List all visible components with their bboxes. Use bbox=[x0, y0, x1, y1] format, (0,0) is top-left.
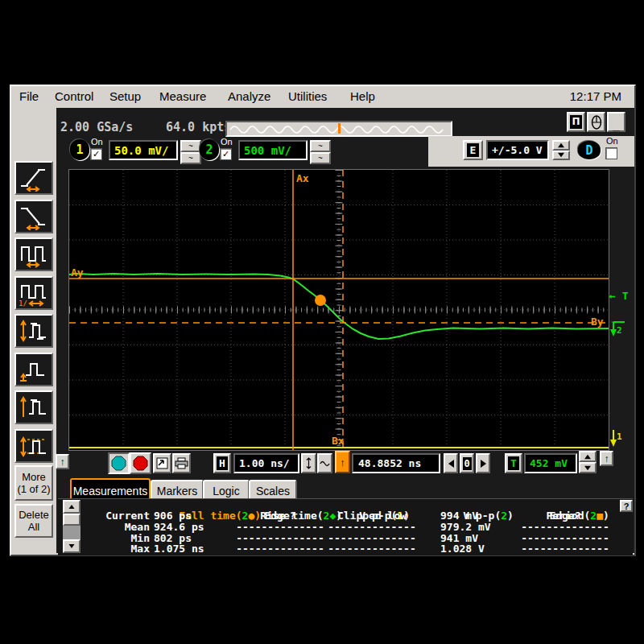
printer-icon bbox=[175, 457, 188, 469]
table-scrollbar-thumb[interactable] bbox=[63, 514, 80, 526]
more-button[interactable]: More (1 of 2) bbox=[14, 465, 53, 501]
rise-time-mean: -------------- bbox=[235, 522, 325, 533]
pulse-icon: Π bbox=[570, 115, 582, 129]
stop-button[interactable] bbox=[130, 452, 151, 474]
tab-logic-label: Logic bbox=[213, 485, 239, 497]
tab-scales-label: Scales bbox=[256, 485, 290, 497]
waveform-display[interactable]: Ax Ay Bx By bbox=[68, 169, 609, 451]
sidebar-button-fall-time[interactable] bbox=[14, 200, 53, 233]
ext-trigger-level-field[interactable]: +/-5.0 V bbox=[486, 140, 549, 160]
table-scroll-up-button[interactable] bbox=[63, 500, 80, 514]
pulse-mode-button[interactable]: Π bbox=[567, 112, 585, 132]
sidebar-button-frequency[interactable]: 1/ bbox=[14, 276, 53, 310]
frequency-icon: 1/ bbox=[18, 279, 50, 307]
position-zero-button[interactable]: 0 bbox=[460, 453, 474, 473]
row-label-mean: Mean bbox=[82, 522, 150, 533]
channel1-scale-value: 50.0 mV/ bbox=[110, 144, 168, 157]
horizontal-scale-field[interactable]: 1.00 ns/ bbox=[233, 453, 299, 473]
channel1-marker-icon: 1 bbox=[607, 427, 626, 450]
horizontal-button[interactable]: H bbox=[213, 453, 231, 473]
ext-trigger-button[interactable]: E bbox=[463, 140, 483, 160]
menu-control[interactable]: Control bbox=[53, 86, 95, 107]
tab-markers-label: Markers bbox=[157, 485, 198, 497]
tab-logic[interactable]: Logic bbox=[203, 480, 250, 500]
digital-on-checkbox[interactable] bbox=[605, 147, 617, 159]
horizontal-coarse-button[interactable] bbox=[317, 453, 332, 473]
mouse-mode-button[interactable] bbox=[587, 112, 605, 132]
sidebar-button-period[interactable] bbox=[14, 237, 53, 271]
digital-badge[interactable]: D bbox=[578, 141, 601, 159]
right-arrow-icon bbox=[481, 460, 486, 468]
horizontal-position-field[interactable]: 48.8852 ns bbox=[352, 453, 440, 473]
channel1-badge[interactable]: 1 bbox=[70, 139, 89, 160]
mouse-icon bbox=[591, 115, 602, 130]
position-right-button[interactable] bbox=[476, 453, 490, 473]
scroll-up-right-button[interactable]: ↑ bbox=[600, 451, 613, 466]
sidebar-button-v-amplitude[interactable] bbox=[14, 429, 53, 463]
scroll-up-left-button[interactable]: ↑ bbox=[56, 454, 69, 469]
ext-trigger-down-button[interactable] bbox=[552, 151, 570, 161]
svg-text:1/: 1/ bbox=[19, 299, 27, 307]
screen-capture-button[interactable] bbox=[153, 453, 171, 473]
v-max-icon bbox=[18, 394, 50, 421]
trigger-level-spinner bbox=[579, 451, 597, 473]
position-left-button[interactable] bbox=[444, 453, 458, 473]
menu-setup[interactable]: Setup bbox=[108, 86, 142, 107]
ext-trigger-up-button[interactable] bbox=[552, 140, 570, 151]
horizontal-label: H bbox=[219, 457, 225, 469]
channel2-badge[interactable]: 2 bbox=[200, 139, 219, 160]
channel2-scale-up-button[interactable]: ~ bbox=[310, 140, 331, 152]
channel2-level-marker[interactable]: 2 bbox=[607, 318, 626, 344]
trigger-position-marker[interactable]: ← T bbox=[609, 290, 628, 302]
sidebar-button-rise-time[interactable] bbox=[14, 161, 53, 195]
menu-analyze[interactable]: Analyze bbox=[226, 86, 272, 107]
channel1-scale-down-button[interactable]: ~ bbox=[180, 152, 201, 164]
trigger-level-down-button[interactable] bbox=[579, 462, 597, 473]
channel2-scale-field[interactable]: 500 mV/ bbox=[238, 140, 308, 160]
minimize-button[interactable]: _ bbox=[607, 112, 625, 132]
marker-ay-label: Ay bbox=[71, 266, 84, 279]
left-arrow-icon bbox=[448, 460, 454, 468]
waveform-position-scrollbar[interactable] bbox=[225, 121, 452, 137]
channel2-on-checkbox[interactable]: ✓ bbox=[220, 148, 232, 160]
sidebar-button-v-max[interactable] bbox=[14, 390, 53, 424]
stop-icon bbox=[133, 456, 148, 471]
tab-markers[interactable]: Markers bbox=[151, 480, 204, 500]
horizontal-fine-button[interactable] bbox=[301, 453, 316, 473]
trigger-level-up-button[interactable] bbox=[579, 451, 597, 462]
table-scrollbar[interactable] bbox=[63, 500, 80, 553]
touch-toggle-button[interactable]: ↑ bbox=[335, 451, 350, 473]
sidebar-button-v-pp[interactable] bbox=[14, 314, 53, 348]
channel2-scale-down-button[interactable]: ~ bbox=[310, 152, 331, 164]
measurement-point-marker[interactable] bbox=[315, 295, 326, 306]
svg-text:1: 1 bbox=[617, 431, 622, 442]
vpp2-current: 994 mV bbox=[440, 510, 529, 522]
channel1-scale-field[interactable]: 50.0 mV/ bbox=[109, 140, 178, 160]
menu-help[interactable]: Help bbox=[349, 86, 377, 107]
table-scroll-down-button[interactable] bbox=[63, 539, 80, 553]
channel1-on-checkbox[interactable]: ✓ bbox=[90, 148, 102, 160]
print-button[interactable] bbox=[172, 453, 191, 473]
screen-capture-icon bbox=[156, 457, 168, 469]
trigger-level-field[interactable]: 452 mV bbox=[524, 453, 577, 473]
sidebar-button-v-min[interactable] bbox=[14, 353, 53, 386]
delete-label-line2: All bbox=[28, 521, 39, 533]
waveform-thumbnail-icon bbox=[227, 122, 451, 135]
oscilloscope-window: File Control Setup Measure Analyze Utili… bbox=[10, 85, 636, 556]
menu-measure[interactable]: Measure bbox=[158, 86, 208, 107]
run-button[interactable] bbox=[108, 452, 130, 474]
channel1-scale-up-button[interactable]: ~ bbox=[180, 140, 201, 152]
channel1-number: 1 bbox=[76, 142, 83, 157]
menu-file[interactable]: File bbox=[18, 86, 40, 107]
tab-scales[interactable]: Scales bbox=[249, 480, 297, 500]
channel1-scale-spinner: ~ ~ bbox=[180, 140, 201, 160]
delete-all-button[interactable]: Delete All bbox=[14, 504, 53, 538]
table-help-button[interactable]: ? bbox=[620, 500, 633, 512]
ext-trigger-spinner bbox=[552, 140, 570, 160]
rise-time-icon bbox=[18, 164, 50, 192]
menu-utilities[interactable]: Utilities bbox=[287, 86, 328, 107]
trigger-button[interactable]: T bbox=[505, 453, 522, 473]
row-label-max: Max bbox=[82, 543, 150, 555]
channel1-level-marker[interactable]: 1 bbox=[607, 427, 626, 453]
help-icon: ? bbox=[624, 502, 630, 511]
